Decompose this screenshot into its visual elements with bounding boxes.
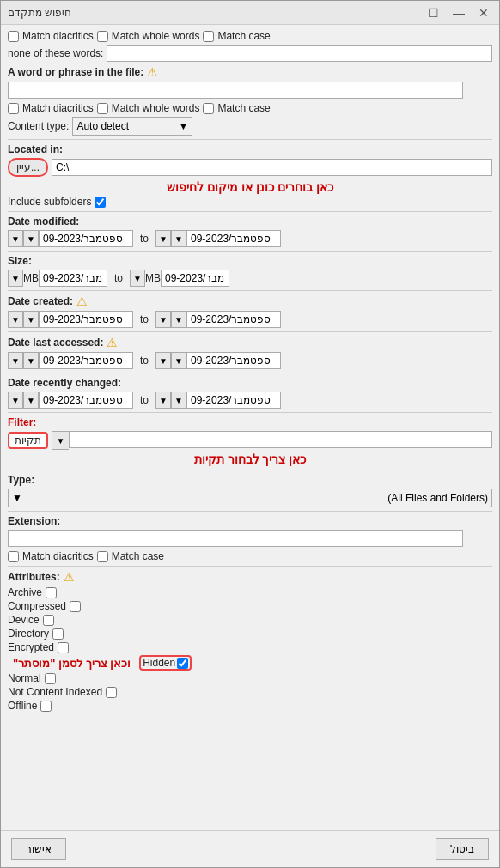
type-select[interactable]: ▼ (All Files and Folders): [8, 489, 492, 507]
located-in-label: :Located in: [8, 143, 63, 155]
date-recently-changed-to-cal-btn[interactable]: ▼: [23, 392, 39, 409]
match-diacritics-checkbox-2[interactable]: [8, 103, 19, 114]
path-input[interactable]: [52, 159, 492, 176]
archive-checkbox[interactable]: [46, 587, 57, 598]
include-subfolders-checkbox[interactable]: [95, 197, 106, 208]
date-recently-changed-from-input[interactable]: 09-ספטמבר/2023: [186, 392, 281, 409]
date-last-accessed-label: :Date last accessed: [8, 337, 103, 349]
content-type-value: Auto detect: [76, 120, 129, 132]
date-created-to-label: to: [137, 313, 152, 325]
ext-match-diacritics-checkbox[interactable]: [8, 551, 19, 562]
date-recently-changed-from-chevron-btn[interactable]: ▼: [155, 392, 171, 409]
size-from-input[interactable]: [161, 270, 229, 287]
date-last-accessed-to-chevron-btn[interactable]: ▼: [8, 352, 23, 369]
date-last-accessed-to-input[interactable]: 09-ספטמבר/2023: [39, 352, 133, 369]
offline-label: Offline: [8, 700, 37, 712]
cancel-button[interactable]: ביטול: [436, 838, 489, 860]
date-recently-changed-header: :Date recently changed: [8, 377, 492, 389]
date-last-accessed-from-cal-btn[interactable]: ▼: [171, 352, 186, 369]
size-to-input[interactable]: [39, 270, 107, 287]
compressed-label: Compressed: [8, 600, 66, 612]
date-last-accessed-to-label: to: [137, 355, 152, 367]
browse-button[interactable]: ...עיין: [8, 158, 48, 177]
date-recently-changed-label: :Date recently changed: [8, 377, 121, 389]
maximize-button[interactable]: ☐: [424, 6, 442, 20]
minimize-button[interactable]: —: [449, 6, 468, 20]
none-words-input[interactable]: [107, 45, 492, 62]
content-type-select[interactable]: ▼ Auto detect: [72, 117, 192, 136]
not-content-indexed-checkbox[interactable]: [106, 687, 117, 698]
word-phrase-checkboxes: Match case Match whole words Match diacr…: [8, 102, 492, 114]
date-created-from-input[interactable]: 09-ספטמבר/2023: [186, 311, 281, 328]
normal-checkbox[interactable]: [45, 673, 56, 684]
attributes-header: ⚠ :Attributes: [8, 570, 492, 584]
offline-checkbox[interactable]: [40, 701, 52, 712]
date-recently-changed-to-input[interactable]: 09-ספטמבר/2023: [39, 392, 133, 409]
date-last-accessed-to-cal-btn[interactable]: ▼: [23, 352, 39, 369]
date-recently-changed-from-cal-btn[interactable]: ▼: [171, 392, 186, 409]
attributes-warning-icon: ⚠: [64, 570, 75, 584]
word-phrase-warning-icon: ⚠: [147, 65, 158, 79]
date-created-chevron-to: 09-ספטמבר/2023 ▼ ▼: [8, 311, 133, 328]
filter-input[interactable]: [69, 431, 492, 448]
hidden-box: Hidden: [139, 655, 192, 671]
compressed-row: Compressed: [8, 600, 492, 612]
match-whole-words-label-2: Match whole words: [112, 102, 200, 114]
date-created-from-chevron-btn[interactable]: ▼: [155, 311, 171, 328]
ext-match-diacritics-label: Match diacritics: [22, 550, 94, 562]
date-modified-to-chevron-btn[interactable]: ▼: [8, 230, 23, 247]
date-created-to-cal-btn[interactable]: ▼: [23, 311, 39, 328]
match-case-checkbox-2[interactable]: [203, 103, 214, 114]
match-whole-words-label-1: Match whole words: [112, 30, 200, 42]
word-phrase-input-row: [8, 82, 492, 99]
match-case-checkbox-1[interactable]: [203, 31, 214, 42]
type-chevron-icon: ▼: [12, 492, 22, 504]
date-created-from-cal-btn[interactable]: ▼: [171, 311, 186, 328]
extension-input[interactable]: [8, 530, 463, 547]
date-created-chevron-from: 09-ספטמבר/2023 ▼ ▼: [155, 311, 281, 328]
date-modified-from-input[interactable]: 09-ספטמבר/2023: [186, 230, 281, 247]
hidden-annotation: וכאן צריך לסמן "מוסתר": [13, 657, 131, 670]
size-to-chevron[interactable]: ▼: [8, 270, 23, 287]
word-phrase-input[interactable]: [8, 82, 463, 99]
content-type-chevron-icon: ▼: [179, 120, 189, 132]
filter-label: :Filter: [8, 416, 36, 428]
date-recently-changed-row: 09-ספטמבר/2023 ▼ ▼ to 09-ספטמבר/2023 ▼ ▼: [8, 392, 492, 409]
date-modified-label: :Date modified: [8, 215, 79, 228]
date-modified-row: 09-ספטמבר/2023 ▼ ▼ to 09-ספטמבר/2023 ▼ ▼: [8, 230, 492, 247]
compressed-checkbox[interactable]: [70, 601, 81, 612]
encrypted-label: Encrypted: [8, 641, 54, 653]
type-row: ▼ (All Files and Folders): [8, 489, 492, 507]
date-created-row: 09-ספטמבר/2023 ▼ ▼ to 09-ספטמבר/2023 ▼ ▼: [8, 311, 492, 328]
size-mb-label-1: MB: [145, 272, 161, 284]
hidden-checkbox[interactable]: [177, 658, 188, 669]
date-created-to-input[interactable]: 09-ספטמבר/2023: [39, 311, 133, 328]
content-type-row: ▼ Auto detect :Content type: [8, 117, 492, 136]
ext-match-case-checkbox[interactable]: [97, 551, 108, 562]
offline-row: Offline: [8, 700, 492, 712]
ok-button[interactable]: אישור: [11, 838, 66, 860]
window-title: חיפוש מתקדם: [8, 7, 71, 19]
date-created-warning-icon: ⚠: [76, 294, 88, 308]
match-diacritics-checkbox-1[interactable]: [8, 31, 19, 42]
size-from-group: MB ▼: [130, 270, 229, 287]
date-last-accessed-from-input[interactable]: 09-ספטמבר/2023: [186, 352, 281, 369]
date-modified-from-cal-btn[interactable]: ▼: [171, 230, 186, 247]
size-from-chevron[interactable]: ▼: [130, 270, 145, 287]
match-whole-words-checkbox-2[interactable]: [97, 103, 108, 114]
date-modified-to-cal-btn[interactable]: ▼: [23, 230, 39, 247]
filter-chevron-btn[interactable]: ▼: [52, 431, 69, 450]
located-in-header: :Located in: [8, 143, 492, 155]
footer: ביטול אישור: [1, 830, 499, 867]
date-recently-changed-to-chevron-btn[interactable]: ▼: [8, 392, 23, 409]
date-modified-from-chevron-btn[interactable]: ▼: [155, 230, 171, 247]
date-created-to-chevron-btn[interactable]: ▼: [8, 311, 23, 328]
size-to-label: to: [111, 272, 126, 284]
match-whole-words-checkbox-1[interactable]: [97, 31, 108, 42]
device-checkbox[interactable]: [43, 615, 54, 626]
encrypted-checkbox[interactable]: [58, 642, 69, 653]
close-button[interactable]: ✕: [475, 6, 492, 20]
date-modified-to-input[interactable]: 09-ספטמבר/2023: [39, 230, 133, 247]
directory-checkbox[interactable]: [52, 628, 64, 640]
date-last-accessed-from-chevron-btn[interactable]: ▼: [155, 352, 171, 369]
